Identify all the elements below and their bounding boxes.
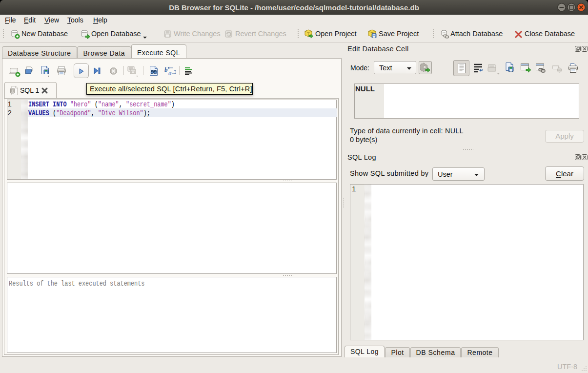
svg-text:b: b <box>164 66 168 73</box>
svg-text:a: a <box>168 69 172 77</box>
